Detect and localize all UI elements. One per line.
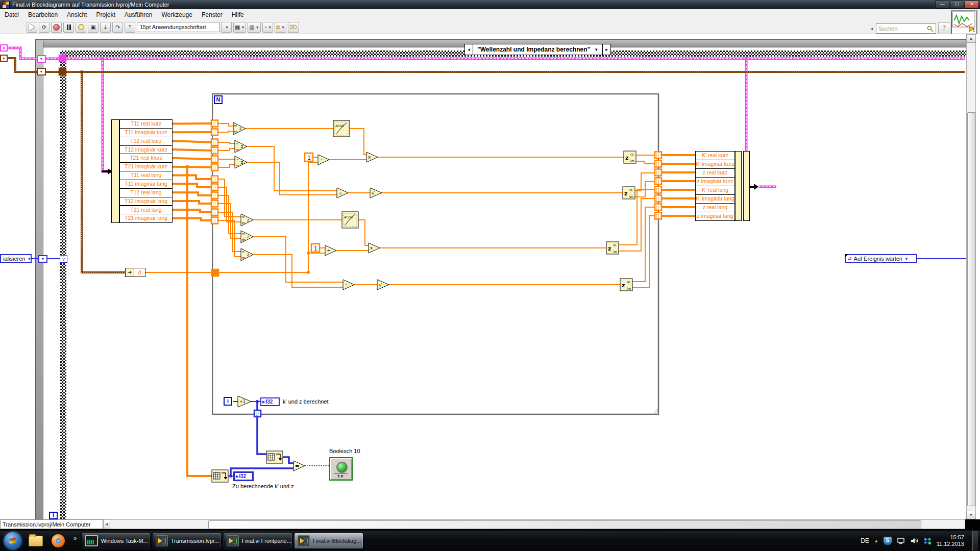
cluster-element[interactable]: K' real lang bbox=[695, 186, 735, 195]
search-collapse-icon[interactable]: ◄ bbox=[870, 27, 874, 31]
unbundle-d-node[interactable]: ➔ d bbox=[125, 268, 145, 277]
abort-button[interactable] bbox=[51, 22, 62, 33]
array-wire[interactable] bbox=[173, 201, 211, 204]
resize-objects-dropdown[interactable]: ◔▼ bbox=[262, 22, 274, 33]
cluster-element[interactable]: z real lang bbox=[695, 203, 735, 212]
cluster-element[interactable]: T12 imaginär lang bbox=[119, 197, 173, 206]
reorder-dropdown[interactable]: ⧉▼ bbox=[275, 22, 286, 33]
i32-array-wire[interactable] bbox=[283, 457, 293, 463]
scroll-up-button[interactable]: ▲ bbox=[966, 34, 976, 43]
complex-to-re-im[interactable]: z re im bbox=[606, 242, 619, 254]
close-button[interactable]: ✕ bbox=[965, 1, 979, 9]
scalar-wire[interactable] bbox=[218, 164, 235, 167]
maximize-button[interactable]: ▢ bbox=[950, 1, 964, 9]
dropbox-icon[interactable] bbox=[923, 537, 932, 545]
show-desktop-button[interactable] bbox=[972, 531, 978, 551]
case-feedthrough[interactable] bbox=[59, 68, 66, 75]
array-wire[interactable] bbox=[173, 149, 211, 151]
re-im-to-complex[interactable]: zreim bbox=[235, 156, 247, 168]
explorer-pinned-icon[interactable] bbox=[28, 533, 44, 549]
scroll-down-button[interactable]: ▼ bbox=[966, 511, 976, 519]
enum-wait-on-event[interactable]: ⇄ Auf Ereignis warten ▼ bbox=[845, 254, 917, 263]
tray-expand-icon[interactable]: ▲ bbox=[874, 539, 878, 543]
taskbar-button[interactable]: Transmission.lvpr... bbox=[152, 533, 222, 549]
cluster-terminal-brown[interactable]: ▼ bbox=[0, 55, 8, 62]
cluster-element[interactable]: T21 imaginär lang bbox=[119, 214, 173, 223]
clock[interactable]: 15:57 11.12.2013 bbox=[937, 534, 964, 547]
complex-to-re-im[interactable]: z re im bbox=[620, 279, 632, 291]
highlight-execution-button[interactable] bbox=[76, 22, 86, 33]
numeric-constant-1[interactable]: 1 bbox=[305, 153, 313, 161]
scalar-wire[interactable] bbox=[632, 216, 655, 288]
network-display-icon[interactable] bbox=[897, 537, 905, 545]
scroll-left-button[interactable]: ◄ bbox=[103, 519, 110, 529]
cluster-element[interactable]: T12 real lang bbox=[119, 188, 173, 197]
re-im-to-complex[interactable]: zreim bbox=[235, 140, 247, 153]
status-path[interactable]: Transmission.lvproj/Mein Computer bbox=[0, 519, 103, 529]
font-selector[interactable]: 15pt Anwendungsschriftart bbox=[137, 22, 219, 32]
cluster-element[interactable]: T11 real kurz bbox=[119, 119, 173, 129]
re-im-to-complex[interactable]: zreim bbox=[233, 122, 246, 135]
multiply-node[interactable]: x bbox=[366, 152, 378, 162]
cluster-element[interactable]: T11 real lang bbox=[119, 171, 173, 180]
scalar-wire[interactable] bbox=[636, 161, 655, 164]
scalar-wire[interactable] bbox=[247, 146, 337, 191]
start-button[interactable] bbox=[4, 532, 21, 549]
square-root-node[interactable]: √ bbox=[377, 280, 389, 290]
minimize-button[interactable]: — bbox=[935, 1, 949, 9]
taskbar-overflow-chevron[interactable]: » bbox=[74, 535, 77, 542]
block-diagram[interactable]: N i ◄ "Wellenzahl und Impedanz berechnen… bbox=[0, 34, 980, 519]
scalar-wire[interactable] bbox=[247, 162, 337, 195]
scalar-tunnel[interactable] bbox=[212, 269, 218, 276]
cluster-element[interactable]: K' imaginär lang bbox=[695, 194, 735, 204]
shift-register-pink[interactable]: ▼ bbox=[37, 55, 46, 63]
language-indicator[interactable]: DE bbox=[861, 537, 869, 544]
array-wire[interactable] bbox=[173, 141, 211, 142]
cluster-wire-pink-dash[interactable] bbox=[8, 48, 965, 59]
menu-item[interactable]: Bearbeiten bbox=[23, 10, 62, 20]
cluster-element[interactable]: T21 real lang bbox=[119, 206, 173, 215]
array-wire[interactable] bbox=[173, 184, 211, 187]
scalar-wire[interactable] bbox=[218, 195, 241, 234]
loop-resize-handle[interactable] bbox=[653, 409, 658, 414]
cleanup-diagram-button[interactable]: ⌦ bbox=[288, 22, 299, 33]
array-wire[interactable] bbox=[173, 176, 211, 180]
scalar-wire[interactable] bbox=[218, 123, 233, 126]
enum-initialize[interactable]: ialisieren ▼ bbox=[0, 254, 32, 263]
cluster-wire-brown-dash[interactable] bbox=[8, 58, 965, 72]
scalar-wire[interactable] bbox=[218, 179, 241, 217]
i32-array-wire[interactable] bbox=[257, 402, 266, 454]
run-continuous-button[interactable]: ⟳ bbox=[39, 22, 50, 33]
i32-control[interactable]: ▶I32 bbox=[234, 472, 253, 481]
scalar-wire[interactable] bbox=[218, 148, 235, 151]
shield-icon[interactable]: S bbox=[884, 537, 892, 545]
step-out-button[interactable]: ⇡ bbox=[125, 22, 135, 33]
vertical-scrollbar[interactable] bbox=[966, 34, 976, 519]
acos-node[interactable]: ACOS bbox=[342, 212, 358, 228]
cluster-element[interactable]: z real kurz bbox=[695, 168, 735, 178]
taskbar-button[interactable]: Final.vi Blockdiag... bbox=[294, 533, 363, 549]
retain-wire-values-button[interactable]: ▣ bbox=[88, 22, 99, 33]
scalar-wire[interactable] bbox=[218, 212, 241, 252]
multiply-node[interactable]: x bbox=[369, 243, 380, 253]
cluster-element[interactable]: T11 imaginär lang bbox=[119, 180, 173, 189]
boolean-indicator[interactable]: TF bbox=[329, 457, 353, 481]
scalar-wire[interactable] bbox=[218, 131, 233, 132]
font-selector-dropdown[interactable]: ▼ bbox=[221, 22, 232, 33]
array-wire[interactable] bbox=[173, 210, 211, 212]
square-root-node[interactable]: √ bbox=[370, 188, 382, 198]
step-over-button[interactable]: ↷ bbox=[112, 22, 123, 33]
scalar-wire[interactable] bbox=[253, 237, 343, 282]
cluster-element[interactable]: K' imaginär kurz bbox=[695, 160, 735, 169]
cluster-element[interactable]: z imaginär kurz bbox=[695, 177, 735, 186]
case-feedthrough[interactable] bbox=[59, 55, 66, 62]
menu-item[interactable]: Datei bbox=[0, 10, 23, 20]
cluster-element[interactable]: T21 imaginär kurz bbox=[119, 162, 173, 171]
cluster-element[interactable]: K' real kurz bbox=[695, 151, 735, 160]
complex-to-re-im[interactable]: z re im bbox=[623, 187, 635, 199]
distribute-objects-dropdown[interactable]: ▥▼ bbox=[248, 22, 260, 33]
search-input[interactable]: Suchen bbox=[876, 23, 936, 34]
taskbar-button[interactable]: Final.vi Frontpane... bbox=[223, 533, 292, 549]
array-wire[interactable] bbox=[173, 218, 211, 220]
cluster-element[interactable]: T12 real kurz bbox=[119, 137, 173, 146]
